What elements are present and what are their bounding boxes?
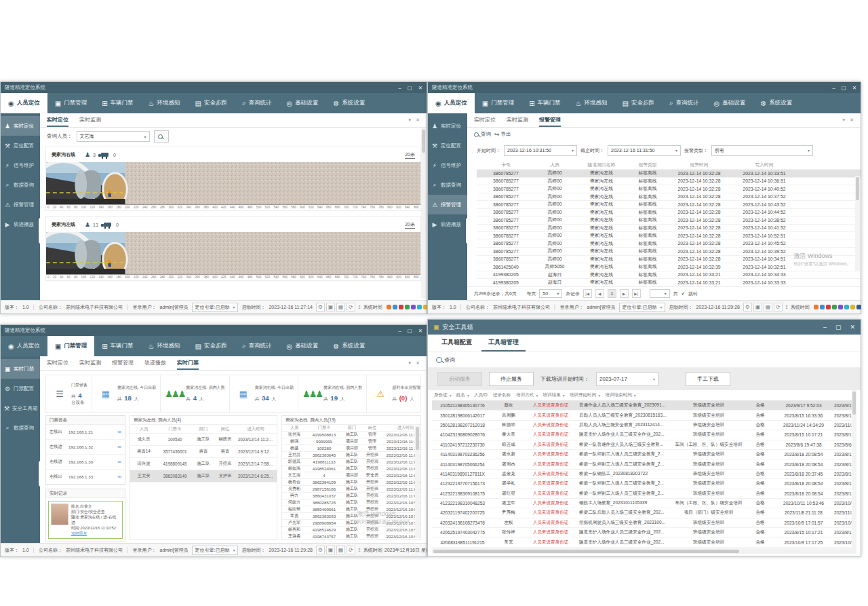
device-row[interactable]: 左线出 192.168.1.21 ∞	[46, 425, 125, 440]
realtime-photo-link[interactable]: 实时照片	[71, 531, 120, 536]
current-page[interactable]: 1	[608, 289, 616, 298]
filter-icon[interactable]: ▼	[597, 394, 601, 398]
vertical-scrollbar[interactable]	[415, 425, 420, 538]
sidebar-item[interactable]: ⚡ 信号维护	[428, 155, 467, 175]
alarm-row[interactable]: 3860785277 高师00 樊家沟左线 标签离线 2023-12-14 10…	[477, 248, 861, 256]
person-row[interactable]: 卢先军 2988908954 施工队 开挖班 2023/12/16 10:58:…	[282, 520, 420, 527]
status-tool-icon[interactable]: ▣	[326, 546, 335, 554]
content-tab[interactable]: 报警管理	[112, 356, 134, 370]
sidebar-item[interactable]: ⌕ 数据查询	[1, 418, 40, 438]
nav-item[interactable]: ◉ 人员定位	[1, 336, 47, 356]
link-icon[interactable]: ∞	[117, 459, 121, 465]
alarm-row[interactable]: 4199380205 赵海日 樊家沟左线 标签离线 2023-12-14 10:…	[477, 279, 861, 286]
status-tool-icon[interactable]: ▦	[764, 303, 772, 311]
nav-item[interactable]: ◉ 人员定位	[1, 93, 47, 113]
nav-item[interactable]: ▤ 安全步距	[615, 93, 662, 113]
content-tab[interactable]: 实时监测	[79, 356, 101, 370]
search-button[interactable]: 查询	[474, 131, 491, 138]
start-time-select[interactable]: 2023-12-16 10:31:50▾	[504, 145, 577, 156]
nav-item[interactable]: ⊞ 车辆门禁	[94, 336, 140, 356]
training-row[interactable]: 210521198305130776 蔡欢 人员未设置身份证 普通作业人员入场三…	[432, 401, 856, 411]
nav-item[interactable]: ♨ 环境感知	[141, 93, 188, 113]
alarm-row[interactable]: 3860785277 高师00 樊家沟左线 标签离线 2023-12-14 10…	[477, 225, 861, 233]
collapse-icon[interactable]: ↥	[357, 548, 361, 553]
sidebar-item[interactable]: ⌕ 数据查询	[428, 175, 467, 195]
nav-item[interactable]: ⊞ 车辆门禁	[521, 93, 568, 113]
alarm-row[interactable]: 3860785277 高师00 樊家沟左线 标签离线 2023-12-14 10…	[477, 232, 861, 240]
search-button[interactable]: 查询	[444, 356, 455, 364]
alarm-row[interactable]: 3860785277 高师00 樊家沟左线 标签离线 2023-12-14 10…	[477, 193, 861, 202]
link-icon[interactable]: ∞	[117, 429, 121, 435]
status-tool-icon[interactable]: ▣	[753, 303, 762, 311]
sidebar-item[interactable]: ♟ 实时定位	[1, 116, 40, 136]
training-date-select[interactable]: 2023-07-17▾	[596, 372, 658, 386]
sidebar-item[interactable]: ⚙ 门禁配置	[1, 379, 40, 398]
maximize-button[interactable]: ▢	[408, 85, 412, 91]
person-row[interactable]: 何能力 3860285725 施工队 开挖班 2023/12/16 10:59:…	[282, 499, 420, 506]
scale-link[interactable]: 20米	[405, 221, 415, 229]
column-header[interactable]: 培训结束时间▼	[603, 392, 639, 398]
training-row[interactable]: 411403198705066254 屠周杰 人员未设置身份证 桥梁一队焊割工入…	[432, 459, 856, 469]
alarm-type-select[interactable]: 所有▾	[711, 145, 813, 156]
nav-item[interactable]: ▤ 安全步距	[188, 336, 235, 356]
nav-item[interactable]: ▤ 安全步距	[188, 93, 235, 113]
engine-select[interactable]: 定位引擎:已启动▾	[192, 303, 239, 312]
column-header[interactable]: 身份证▼	[432, 392, 454, 398]
sidebar-item[interactable]: ⚒ 安全工具箱	[1, 398, 40, 418]
nav-item[interactable]: ⚙ 系统设置	[326, 336, 372, 356]
person-row[interactable]: 杨如海 4198524061 施工队 开挖班 2023/12/16 11:02:…	[282, 466, 420, 472]
nav-item[interactable]: ◎ 基础设置	[707, 93, 753, 113]
tray-icon[interactable]	[844, 305, 849, 309]
alarm-row[interactable]: 3860785277 高师00 樊家沟左线 标签离线 2023-12-14 10…	[477, 201, 861, 209]
page-size-select[interactable]: 50▾	[539, 289, 562, 298]
content-tab[interactable]: 实时定位	[474, 113, 496, 127]
nav-item[interactable]: ⚙ 系统设置	[326, 93, 372, 113]
tray-icon[interactable]	[820, 305, 825, 309]
status-tool-icon[interactable]: ⟳	[347, 546, 355, 554]
tray-icon[interactable]	[826, 305, 831, 309]
person-row[interactable]: 张世海 4199508813 施工队 管理 2023/12/16 11:12:5…	[282, 432, 420, 438]
content-tab[interactable]: 轨迹播放	[144, 356, 166, 370]
close-button[interactable]: ✕	[852, 85, 856, 91]
start-service-button[interactable]: 启动服务	[437, 372, 482, 386]
tray-icon[interactable]	[850, 305, 855, 309]
alarm-row[interactable]: 3860785277 高师00 樊家沟左线 标签离线 2023-12-14 10…	[477, 209, 861, 217]
person-row[interactable]: 杨强 9999999 项目部 管理 2023/12/16 11:11:42	[282, 438, 420, 445]
content-tab[interactable]: 实时定位	[47, 113, 68, 127]
minimize-button[interactable]: –	[823, 324, 827, 330]
last-page-button[interactable]: ▶|	[632, 289, 641, 298]
training-row[interactable]: 420683198511191215 常京 人员未设置身份证 隧道支护入场作业人…	[432, 537, 856, 547]
alarm-row[interactable]: 4199380205 赵海日 樊家沟左线 标签离线 2023-12-14 10:…	[477, 271, 861, 280]
nav-item[interactable]: ⌕ 查询统计	[235, 336, 279, 356]
titlebar[interactable]: ▣ 安全工具箱 – ▢ ✕	[428, 320, 861, 335]
content-tab[interactable]: 报警管理	[539, 113, 561, 127]
person-row[interactable]: 王太安 3862083149 施工队 支护班 2023/12/14 6:25:0…	[130, 470, 277, 482]
export-button[interactable]: ↪导出	[494, 131, 511, 138]
nav-item[interactable]: ⊞ 车辆门禁	[94, 93, 140, 113]
person-row[interactable]: 覃勇 3862383293 施工队 开挖班 2023/12/16 10:58:5…	[282, 513, 420, 520]
status-tool-icon[interactable]: ⚙	[316, 303, 325, 311]
nav-item[interactable]: ♨ 环境感知	[568, 93, 615, 113]
content-tab[interactable]: 实时门禁	[177, 356, 199, 370]
tab-dropdown-icon[interactable]: ▾	[843, 117, 846, 123]
training-row[interactable]: 411024197212230730 郑连成 人员未设置身份证 桥梁一队普通作业…	[432, 440, 856, 450]
person-row[interactable]: 郭德其 4198811133 施工队 开挖班 2023/12/16 11:02:…	[282, 459, 420, 466]
sidebar-item[interactable]: ⚒ 定位配置	[1, 136, 40, 155]
column-header[interactable]: 培训开始时间▼	[568, 392, 604, 398]
prev-page-button[interactable]: ◀	[595, 289, 604, 298]
alarm-row[interactable]: 3860785277 高师00 樊家沟左线 标签离线 2023-12-14 10…	[477, 256, 861, 264]
content-tab[interactable]: 实时监测	[79, 113, 101, 127]
person-row[interactable]: 吴秀彬 2987156186 施工队 开挖班 2023/12/16 11:01:…	[282, 486, 420, 493]
training-row[interactable]: 412322198310048253 屠卫军 人员未设置身份证 钢筋工入场教育_…	[432, 499, 856, 508]
close-button[interactable]: ✕	[850, 324, 855, 330]
tunnel-graphic[interactable]	[46, 232, 420, 274]
first-page-button[interactable]: |◀	[583, 289, 592, 298]
tray-icon[interactable]	[411, 305, 416, 309]
sidebar-item[interactable]: ⚡ 信号维护	[1, 155, 40, 175]
training-row[interactable]: 350128198006142017 高周鹏 人员未设置身份证 后勤人员入场三级…	[432, 411, 856, 420]
training-row[interactable]: 412322198309108175 屠红星 人员未设置身份证 桥梁一队焊割工入…	[432, 489, 856, 499]
sidebar-item[interactable]: ♟ 实时定位	[428, 116, 467, 136]
device-row[interactable]: 左线进 192.168.1.32 ∞	[46, 440, 125, 455]
toolbox-tab[interactable]: 工具箱管理	[481, 335, 526, 352]
alarm-row[interactable]: 3860785277 高师00 樊家沟左线 标签离线 2023-12-14 10…	[477, 185, 861, 193]
